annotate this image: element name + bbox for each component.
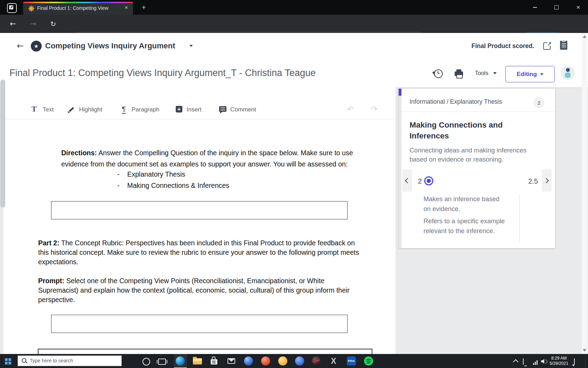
app-icon-game-4[interactable] [295,356,304,366]
app-icon-game-2[interactable] [261,356,270,366]
rubric-heading: Making Connections and Inferences [410,120,503,141]
score-option-2-label: 2 [418,177,422,186]
rubric-scrollbar-track[interactable] [399,89,401,248]
editing-label: Editing [517,71,537,78]
browser-tab[interactable]: Final Product 1: Competing View [23,2,133,15]
bullet-explanatory-thesis: Explanatory Thesis [127,170,185,178]
project-star-icon [31,41,42,52]
back-icon[interactable]: ← [10,15,16,33]
open-external-icon[interactable] [543,42,551,50]
rubric-prev-button[interactable] [402,169,412,192]
spotify-app-icon[interactable] [364,356,373,366]
edge-app-icon[interactable] [176,356,185,366]
start-button-icon[interactable] [5,358,11,364]
history-icon[interactable] [434,69,443,78]
rubric-column-divider [519,194,520,243]
show-desktop-divider[interactable] [585,354,586,368]
prompt-label: Prompt: [38,277,64,285]
store-app-icon[interactable] [210,356,219,366]
app-icon-game-1[interactable] [244,356,253,366]
window-minimize-button[interactable] [527,0,543,15]
rubric-description: Connecting ideas and making inferences b… [410,146,526,164]
clipboard-icon[interactable] [560,41,567,50]
forward-icon[interactable]: → [30,15,36,33]
taskbar-search-box[interactable]: Type here to search [18,355,122,366]
tab-accent-stripe [23,2,133,3]
action-center-icon[interactable] [574,358,575,365]
editing-mode-button[interactable]: Editing [505,66,555,82]
page-scrollbar[interactable] [582,33,587,354]
print-icon[interactable] [455,71,463,76]
comment-tool-label[interactable]: Comment [230,105,256,114]
assessment-bullets: -Explanatory Thesis -Making Connections … [117,169,229,191]
window-maximize-button[interactable] [548,0,565,15]
browser-tab-strip: Final Product 1: Competing View [0,0,588,15]
chevron-right-icon [544,178,549,183]
scroll-down-icon[interactable] [583,349,586,352]
status-text: Final Product scored. [392,33,534,59]
hidden-icons-chevron[interactable] [513,359,519,365]
undo-icon[interactable]: ↶ [347,104,354,114]
rubric-next-button[interactable] [542,169,552,192]
answer-input-box-2[interactable] [51,315,348,333]
search-placeholder: Type here to search [30,356,73,366]
window-close-button[interactable] [570,0,586,15]
directions-paragraph: Directions: Answer the Compelling Questi… [61,147,353,170]
page-back-icon[interactable]: ← [17,33,24,59]
rubric-panel: Informational / Explanatory Thesis 2 Mak… [399,89,555,248]
app-icon-ppa[interactable]: PPA [347,356,356,366]
directions-label: Directions: [61,149,97,157]
rubric-scrollbar-thumb[interactable] [399,89,401,96]
page-scrollbar-thumb[interactable] [0,80,5,207]
scroll-up-icon[interactable] [583,35,586,38]
paragraph-tool-label[interactable]: Paragraph [132,105,159,114]
paragraph-tool-icon[interactable]: ¶ [122,105,126,114]
prompt-paragraph: Prompt: Select one of the Competing View… [38,276,350,305]
rubric-criterion-1: Makes an inference based on evidence. [424,194,499,214]
comment-tool-icon[interactable] [219,106,226,112]
redo-icon[interactable]: ↷ [371,104,378,114]
tab-actions-icon[interactable] [7,3,17,13]
cortana-icon[interactable] [142,358,150,366]
taskbar-clock[interactable]: 8:29 AM 5/29/2021 [547,356,571,366]
tray-device-icon[interactable] [523,358,524,365]
screen: Final Product 1: Competing View ← → ↻ ht… [0,0,588,368]
text-tool-icon[interactable]: T [31,105,37,113]
document-header: Final Product 1: Competing Views Inquiry… [0,59,588,88]
highlight-tool-label[interactable]: Highlight [79,105,102,114]
tab-close-icon[interactable] [123,4,130,11]
browser-toolbar: ← → ↻ https://www.summitlearning.org/my/… [0,15,588,33]
editing-caret-icon [540,73,544,75]
new-tab-button[interactable] [139,3,148,12]
tab-title: Final Product 1: Competing View [37,5,122,11]
file-explorer-app-icon[interactable] [193,356,202,366]
answer-input-box-1[interactable] [51,201,348,219]
project-title-caret-icon[interactable] [189,45,193,47]
app-icon-game-3[interactable] [278,356,287,366]
insert-tool-icon[interactable] [176,106,182,113]
highlight-tool-icon[interactable] [68,106,76,113]
user-avatar[interactable] [561,66,575,80]
tools-menu[interactable]: Tools [475,59,489,87]
part2-paragraph: Part 2: The Concept Rubric: Perspectives… [38,238,359,267]
project-title[interactable]: Competing Views Inquiry Argument [45,33,175,59]
text-tool-label[interactable]: Text [43,105,54,114]
rubric-score-badge: 2 [534,97,544,108]
document-page: T Text Highlight ¶ Paragraph Insert Comm… [4,87,396,354]
rubric-divider [401,111,555,112]
app-icon-x[interactable] [329,356,338,366]
clock-date: 5/29/2021 [547,361,571,366]
search-icon [22,358,26,363]
tools-caret-icon[interactable] [493,72,497,74]
score-2-radio[interactable] [424,176,433,185]
task-view-icon[interactable] [158,359,166,365]
page-header: ← Competing Views Inquiry Argument Final… [0,33,588,59]
rubric-category[interactable]: Informational / Explanatory Thesis [410,98,502,105]
document-title: Final Product 1: Competing Views Inquiry… [9,59,316,87]
app-icon-game-5[interactable] [312,356,321,366]
mail-app-icon[interactable] [227,356,236,366]
insert-tool-label[interactable]: Insert [187,105,202,114]
chevron-left-icon [405,178,411,183]
refresh-icon[interactable]: ↻ [50,15,56,33]
bullet-connections-inferences: Making Connections & Inferences [127,182,230,189]
